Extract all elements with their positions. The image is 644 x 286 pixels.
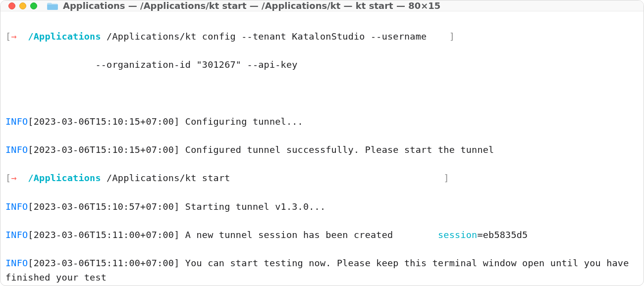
- info-tag: INFO: [5, 116, 28, 127]
- log-val: eb5835d5: [483, 230, 528, 240]
- log-msg: Configuring tunnel...: [179, 116, 303, 127]
- log-eq: =: [477, 230, 483, 240]
- terminal-body[interactable]: [→ /Applications /Applications/kt config…: [0, 11, 644, 286]
- command-text: /Applications/kt config --tenant Katalon…: [101, 31, 432, 42]
- log-line: INFO[2023-03-06T15:11:00+07:00] You can …: [5, 256, 639, 285]
- info-tag: INFO: [5, 144, 28, 155]
- log-line: INFO[2023-03-06T15:11:00+07:00] A new tu…: [5, 228, 639, 242]
- traffic-lights: [8, 2, 37, 9]
- window-title: Applications — /Applications/kt start — …: [63, 0, 440, 11]
- zoom-button[interactable]: [30, 2, 37, 9]
- log-ts: [2023-03-06T15:10:15+07:00]: [28, 144, 179, 155]
- terminal-window: Applications — /Applications/kt start — …: [0, 0, 644, 286]
- prompt-line-1: [→ /Applications /Applications/kt config…: [5, 30, 639, 44]
- bracket-left: [: [5, 31, 11, 42]
- log-key: session: [438, 230, 477, 240]
- prompt-arrow-icon: →: [11, 173, 16, 183]
- command-text: /Applications/kt start: [101, 173, 230, 183]
- log-ts: [2023-03-06T15:11:00+07:00]: [28, 230, 179, 240]
- bracket-right: ]: [449, 31, 455, 42]
- titlebar: Applications — /Applications/kt start — …: [0, 0, 644, 11]
- bracket-right: ]: [443, 173, 449, 183]
- prompt-line-2: [→ /Applications /Applications/kt start …: [5, 171, 639, 186]
- bracket-left: [: [5, 173, 11, 183]
- log-msg: Starting tunnel v1.3.0...: [179, 201, 325, 212]
- blank-line: [5, 86, 639, 100]
- command-continuation: --organization-id "301267" --api-key: [5, 58, 639, 72]
- info-tag: INFO: [5, 258, 28, 268]
- cwd-path: /Applications: [28, 173, 101, 183]
- log-ts: [2023-03-06T15:10:15+07:00]: [28, 116, 179, 127]
- log-msg: A new tunnel session has been created: [179, 230, 438, 240]
- log-ts: [2023-03-06T15:10:57+07:00]: [28, 201, 179, 212]
- log-line: INFO[2023-03-06T15:10:15+07:00] Configur…: [5, 115, 639, 129]
- log-ts: [2023-03-06T15:11:00+07:00]: [28, 258, 179, 268]
- log-msg: Configured tunnel successfully. Please s…: [179, 144, 494, 155]
- folder-icon: [47, 1, 58, 10]
- info-tag: INFO: [5, 230, 28, 240]
- log-line: INFO[2023-03-06T15:10:15+07:00] Configur…: [5, 143, 639, 157]
- minimize-button[interactable]: [19, 2, 26, 9]
- log-line: INFO[2023-03-06T15:10:57+07:00] Starting…: [5, 200, 639, 214]
- info-tag: INFO: [5, 201, 28, 212]
- close-button[interactable]: [8, 2, 15, 9]
- cwd-path: /Applications: [28, 31, 101, 42]
- prompt-arrow-icon: →: [11, 31, 16, 42]
